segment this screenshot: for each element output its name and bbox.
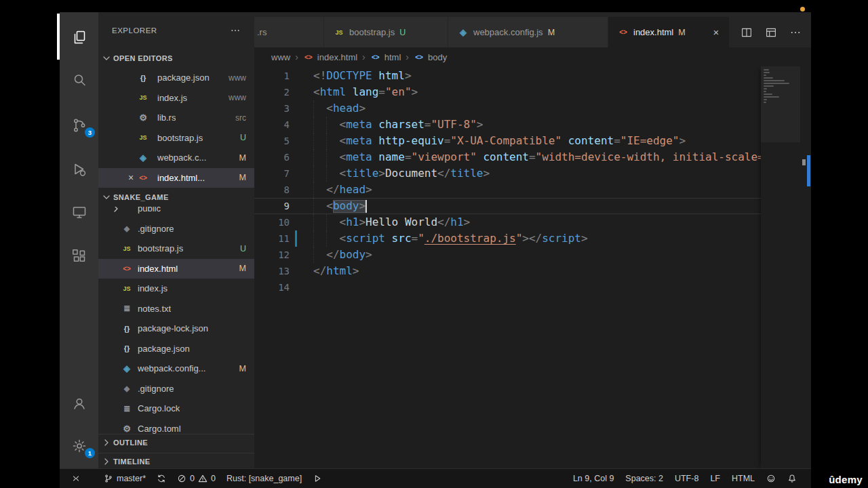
minimap-line xyxy=(764,72,770,73)
code-line[interactable]: 10 <h1>Hello World</h1> xyxy=(254,214,811,230)
code-line[interactable]: 5 <meta http-equiv="X-UA-Compatible" con… xyxy=(254,133,811,149)
line-number[interactable]: 3 xyxy=(254,100,290,117)
more-actions-icon[interactable] xyxy=(230,25,241,36)
folder-section-header[interactable]: SNAKE_GAME xyxy=(98,189,254,205)
line-number[interactable]: 10 xyxy=(254,214,290,230)
status-cursor-position[interactable]: Ln 9, Col 9 xyxy=(568,471,618,486)
tree-file-.gitignore[interactable]: ◆.gitignore xyxy=(98,379,254,399)
line-number[interactable]: 11 xyxy=(254,230,290,247)
code-text: <script src="./bootstrap.js"></script> xyxy=(313,230,588,247)
tree-file-webpack.config...[interactable]: ◈webpack.config...M xyxy=(98,359,254,379)
file-name: index.html... xyxy=(157,173,205,183)
status-bar-right: Ln 9, Col 9Spaces: 2UTF-8LFHTML xyxy=(568,471,811,486)
close-tab-button[interactable]: × xyxy=(710,26,722,38)
status-remote-window[interactable] xyxy=(66,471,85,486)
tree-file-Cargo.toml[interactable]: ⚙Cargo.toml xyxy=(98,419,254,434)
split-editor-icon[interactable] xyxy=(741,26,753,39)
code-line[interactable]: 12 </body> xyxy=(254,247,811,263)
line-number[interactable]: 13 xyxy=(254,263,290,279)
code-line[interactable]: 9 <body> xyxy=(254,198,811,214)
code-line[interactable]: 2<html lang="en"> xyxy=(254,84,811,100)
code-line[interactable]: 6 <meta name="viewport" content="width=d… xyxy=(254,149,811,165)
activity-bar-item-run-and-debug[interactable] xyxy=(60,158,98,181)
editor-scrollbar[interactable] xyxy=(800,66,811,469)
activity-bar-item-accounts[interactable] xyxy=(60,392,98,415)
breadcrumb-item-html[interactable]: <>html xyxy=(370,52,401,62)
tree-file-notes.txt[interactable]: ≣notes.txt xyxy=(98,299,254,319)
line-number[interactable]: 4 xyxy=(254,117,290,133)
editor-tab-.rs[interactable]: .rs xyxy=(254,17,324,47)
line-number[interactable]: 7 xyxy=(254,165,290,182)
editor-tab-webpack.config.js[interactable]: ◈webpack.config.jsM xyxy=(448,17,608,47)
line-number[interactable]: 8 xyxy=(254,182,290,198)
run-and-debug-icon xyxy=(71,161,87,178)
code-editor[interactable]: 1<!DOCTYPE html>2<html lang="en">3 <head… xyxy=(254,66,811,469)
open-editor-item[interactable]: {}package.jsonwww xyxy=(98,68,254,88)
tab-bar: .rsJSbootstrap.jsU◈webpack.config.jsM<>i… xyxy=(254,12,811,47)
activity-bar-item-settings[interactable]: 1 xyxy=(60,434,98,458)
status-end-of-line[interactable]: LF xyxy=(705,471,725,486)
status-encoding[interactable]: UTF-8 xyxy=(670,471,703,486)
code-line[interactable]: 7 <title>Document</title> xyxy=(254,165,811,182)
git-status-badge: U xyxy=(399,28,406,37)
code-line[interactable]: 13</html> xyxy=(254,263,811,279)
line-number[interactable]: 12 xyxy=(254,247,290,263)
line-number[interactable]: 14 xyxy=(254,279,290,296)
close-editor-button[interactable]: × xyxy=(124,172,138,183)
status-run-task[interactable] xyxy=(308,471,327,486)
open-editor-item[interactable]: ×<>index.html...M xyxy=(98,168,254,188)
status-language-mode[interactable]: HTML xyxy=(727,471,760,486)
minimap-line xyxy=(764,96,779,98)
activity-bar-item-search[interactable] xyxy=(60,68,98,92)
tree-folder-public[interactable]: public xyxy=(98,207,254,219)
status-synchronize-changes[interactable] xyxy=(152,471,171,486)
activity-bar-item-extensions[interactable] xyxy=(60,245,98,268)
tree-file-package.json[interactable]: {}package.json xyxy=(98,339,254,359)
status-problems[interactable]: 00 xyxy=(172,471,220,486)
tree-file-Cargo.lock[interactable]: ≣Cargo.lock xyxy=(98,399,254,419)
breadcrumb-item-index.html[interactable]: <>index.html xyxy=(303,52,357,62)
open-editor-item[interactable]: JSindex.jswww xyxy=(98,88,254,108)
code-line[interactable]: 3 <head> xyxy=(254,100,811,117)
tree-file-package-lock.json[interactable]: {}package-lock.json xyxy=(98,319,254,339)
breadcrumb-label: html xyxy=(384,52,401,62)
open-editor-item[interactable]: ⚙lib.rssrc xyxy=(98,108,254,128)
status-indentation[interactable]: Spaces: 2 xyxy=(620,471,668,486)
status-git-branch[interactable]: master* xyxy=(99,471,151,486)
customize-layout-icon[interactable] xyxy=(765,26,777,39)
code-line[interactable]: 8 </head> xyxy=(254,182,811,198)
line-number[interactable]: 5 xyxy=(254,133,290,149)
editor-tab-bootstrap.js[interactable]: JSbootstrap.jsU xyxy=(324,17,448,47)
code-line[interactable]: 11 <script src="./bootstrap.js"></script… xyxy=(254,230,811,247)
activity-bar-item-explorer[interactable] xyxy=(60,26,98,49)
breadcrumb-item-body[interactable]: <>body xyxy=(414,52,447,62)
line-number[interactable]: 9 xyxy=(254,198,290,214)
code-line[interactable]: 1<!DOCTYPE html> xyxy=(254,68,811,84)
tree-file-index.js[interactable]: JSindex.js xyxy=(98,279,254,299)
minimap[interactable] xyxy=(761,66,800,469)
remote-icon xyxy=(71,474,81,483)
code-line[interactable]: 14 xyxy=(254,279,811,296)
editor-tab-index.html[interactable]: <>index.htmlM× xyxy=(608,17,730,47)
minimap-line xyxy=(764,85,774,87)
tree-file-.gitignore[interactable]: ◆.gitignore xyxy=(98,219,254,239)
breadcrumb-item-www[interactable]: www xyxy=(271,52,290,62)
code-line[interactable]: 4 <meta charset="UTF-8"> xyxy=(254,117,811,133)
open-editor-item[interactable]: ◈webpack.c...M xyxy=(98,148,254,168)
activity-bar-item-source-control[interactable]: 3 xyxy=(60,114,98,137)
timeline-section-header[interactable]: TIMELINE xyxy=(98,453,254,469)
status-feedback[interactable] xyxy=(762,471,781,486)
open-editor-item[interactable]: JSbootstrap.jsU xyxy=(98,128,254,148)
open-editors-header[interactable]: OPEN EDITORS xyxy=(98,51,254,66)
activity-bar-item-remote-explorer[interactable] xyxy=(60,201,98,224)
line-number[interactable]: 2 xyxy=(254,84,290,100)
tree-file-index.html[interactable]: <>index.htmlM xyxy=(98,259,254,279)
line-number[interactable]: 1 xyxy=(254,68,290,84)
outline-section-header[interactable]: OUTLINE xyxy=(98,434,254,451)
tree-file-bootstrap.js[interactable]: JSbootstrap.jsU xyxy=(98,239,254,259)
status-notifications[interactable] xyxy=(783,471,802,486)
line-number[interactable]: 6 xyxy=(254,149,290,165)
udemy-watermark: ûdemy xyxy=(829,474,863,485)
status-rust-analyzer-task[interactable]: Rust: [snake_game] xyxy=(222,471,307,486)
more-actions-icon[interactable] xyxy=(789,26,802,39)
